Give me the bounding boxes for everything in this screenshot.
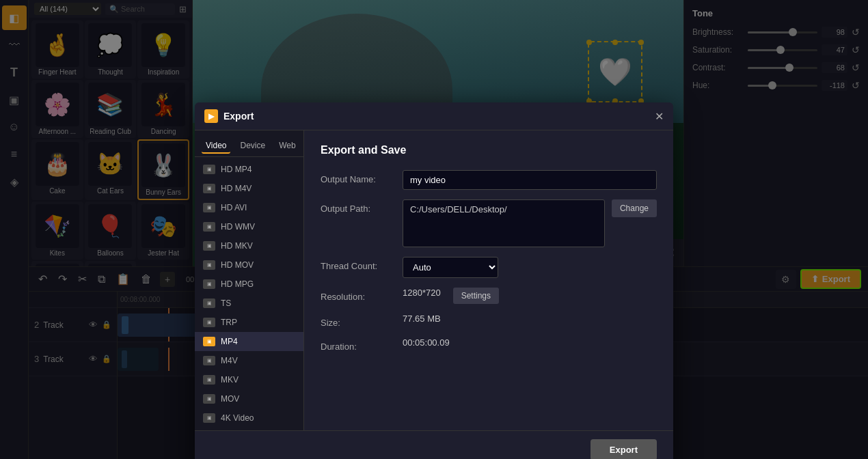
duration-value: 00:05:00.09 [403,337,450,348]
format-icon: ▣ [203,413,215,423]
format-item-hd-avi[interactable]: ▣ HD AVI [195,198,303,217]
format-item-4k[interactable]: ▣ 4K Video [195,408,303,428]
format-item-hd-wmv[interactable]: ▣ HD WMV [195,217,303,236]
format-icon: ▣ [203,279,215,289]
thread-count-row: Thread Count: Auto [321,257,657,278]
format-icon: ▣ [203,298,215,308]
format-item-mkv[interactable]: ▣ MKV [195,370,303,389]
format-item-ts[interactable]: ▣ TS [195,294,303,313]
export-save-title: Export and Save [321,144,657,156]
format-item-hd-m4v[interactable]: ▣ HD M4V [195,179,303,198]
format-item-hd-mp4[interactable]: ▣ HD MP4 [195,160,303,179]
format-tabs: Video Device Web [195,133,303,157]
duration-row: Duration: 00:05:00.09 [321,337,657,352]
format-icon: ▣ [203,241,215,251]
format-icon: ▣ [203,375,215,385]
thread-count-select[interactable]: Auto [403,257,498,278]
format-icon: ▣ [203,165,215,174]
format-item-mp4[interactable]: ▣ MP4 [195,332,303,351]
format-icon: ▣ [203,203,215,212]
output-name-input[interactable] [403,170,657,190]
thread-count-label: Thread Count: [321,257,396,271]
format-icon: ▣ [203,337,215,346]
format-label: TRP [221,318,237,327]
format-label: MKV [221,375,239,385]
settings-button[interactable]: Settings [453,288,499,304]
format-label: MP4 [221,337,238,346]
output-path-row: Output Path: C:/Users/DELL/Desktop/ Chan… [321,199,657,247]
format-label: HD WMV [221,222,255,232]
size-row: Size: 77.65 MB [321,314,657,328]
resolution-row: Resolution: 1280*720 Settings [321,288,657,304]
dialog-close-button[interactable]: ✕ [655,110,664,123]
format-list: ▣ HD MP4 ▣ HD M4V ▣ HD AVI ▣ HD WMV [195,157,303,430]
format-label: HD MOV [221,260,254,270]
tab-device[interactable]: Device [236,139,269,154]
export-dialog: ▶ Export ✕ Video Device Web ▣ HD MP4 ▣ [195,102,673,459]
dialog-header: ▶ Export ✕ [195,102,673,130]
format-label: MOV [221,394,239,404]
format-item-trp[interactable]: ▣ TRP [195,313,303,332]
dialog-footer: Export [195,430,673,459]
format-label: HD M4V [221,184,252,193]
app-logo: ▶ [204,109,218,123]
format-label: HD MP4 [221,165,252,174]
output-name-label: Output Name: [321,170,396,184]
resolution-label: Resolution: [321,288,396,302]
format-label: M4V [221,356,238,365]
export-action-button[interactable]: Export [591,439,657,459]
format-label: HD MPG [221,279,254,289]
format-icon: ▣ [203,394,215,404]
format-label: HD AVI [221,203,247,212]
format-icon: ▣ [203,184,215,193]
format-item-m4v[interactable]: ▣ M4V [195,351,303,370]
output-path-label: Output Path: [321,199,396,214]
format-label: HD MKV [221,241,253,251]
size-value: 77.65 MB [403,314,441,324]
format-icon: ▣ [203,260,215,270]
format-label: 4K Video [221,413,254,423]
dialog-title: Export [223,111,254,122]
output-path-input[interactable]: C:/Users/DELL/Desktop/ [403,199,605,247]
change-path-button[interactable]: Change [612,199,657,217]
format-item-hd-mpg[interactable]: ▣ HD MPG [195,275,303,294]
format-item-mov[interactable]: ▣ MOV [195,389,303,408]
format-icon: ▣ [203,356,215,365]
duration-label: Duration: [321,337,396,352]
format-icon: ▣ [203,222,215,232]
tab-web[interactable]: Web [275,139,299,154]
format-item-hd-mkv[interactable]: ▣ HD MKV [195,236,303,255]
dialog-overlay: ▶ Export ✕ Video Device Web ▣ HD MP4 ▣ [0,0,868,459]
tab-video[interactable]: Video [202,139,230,154]
format-label: TS [221,298,231,308]
size-label: Size: [321,314,396,328]
format-sidebar: Video Device Web ▣ HD MP4 ▣ HD M4V ▣ [195,130,304,430]
resolution-value: 1280*720 [403,288,441,298]
output-name-row: Output Name: [321,170,657,190]
format-item-hd-mov[interactable]: ▣ HD MOV [195,255,303,275]
dialog-body: Video Device Web ▣ HD MP4 ▣ HD M4V ▣ [195,130,673,430]
export-form: Export and Save Output Name: Output Path… [304,130,673,430]
format-icon: ▣ [203,318,215,327]
